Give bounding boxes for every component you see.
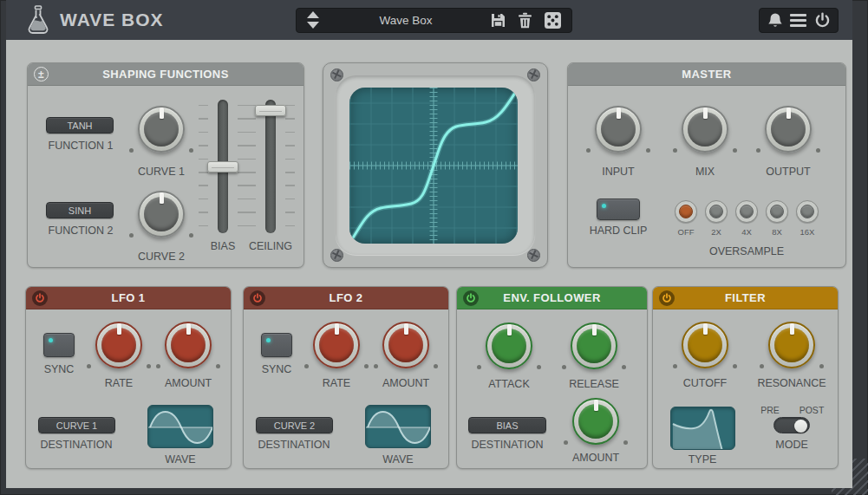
oversample-16x-radio[interactable] [796, 200, 819, 223]
filter-title: FILTER [725, 291, 766, 304]
lfo2-amount-label: AMOUNT [382, 377, 429, 389]
hard-clip-label: HARD CLIP [590, 225, 648, 237]
resonance-label: RESONANCE [757, 377, 826, 389]
cutoff-knob[interactable] [682, 322, 728, 368]
lfo1-header: LFO 1 [26, 287, 231, 309]
lfo1-sync-label: SYNC [44, 363, 75, 375]
preset-prev-next-buttons[interactable] [304, 10, 322, 31]
preset-up-icon[interactable] [307, 11, 319, 19]
screw-icon [527, 249, 540, 262]
menu-icon[interactable] [790, 14, 806, 27]
preset-selector: Wave Box [296, 8, 572, 33]
bias-label: BIAS [211, 240, 236, 252]
lfo2-amount-knob[interactable] [382, 322, 429, 368]
resonance-knob[interactable] [768, 322, 815, 368]
curve1-label: CURVE 1 [138, 166, 185, 178]
oversample-4x-radio[interactable] [735, 200, 758, 223]
bias-slider[interactable] [197, 100, 249, 233]
preset-down-icon[interactable] [307, 22, 319, 29]
mix-label: MIX [695, 166, 715, 178]
release-knob[interactable] [571, 322, 617, 369]
ceiling-slider[interactable] [245, 100, 297, 233]
lfo2-sync-label: SYNC [262, 363, 292, 375]
oscilloscope-bezel [323, 62, 548, 268]
env-follower-header: ENV. FOLLOWER [457, 287, 647, 309]
lowpass-curve-icon [671, 407, 735, 450]
filter-panel: FILTER CUTOFF RESONANCE TYPE PRE POST [652, 286, 839, 469]
delete-preset-icon[interactable] [518, 12, 532, 29]
env-destination-button[interactable]: BIAS [468, 417, 546, 433]
function2-label: FUNCTION 2 [49, 225, 114, 237]
function2-select-button[interactable]: SINH [46, 202, 114, 218]
oversample-off-label: OFF [678, 227, 695, 237]
lfo2-rate-label: RATE [323, 377, 350, 389]
bipolar-plus-minus-icon[interactable]: ± [34, 67, 49, 81]
oversample-2x-label: 2X [711, 227, 721, 237]
bias-slider-handle[interactable] [207, 161, 238, 173]
ceiling-slider-handle[interactable] [255, 105, 286, 116]
attack-label: ATTACK [488, 378, 529, 390]
lfo1-power-icon[interactable] [32, 290, 48, 306]
lfo2-rate-knob[interactable] [313, 322, 360, 368]
cutoff-label: CUTOFF [683, 377, 727, 389]
lfo2-destination-button[interactable]: CURVE 2 [256, 417, 333, 433]
curve2-knob[interactable] [138, 191, 185, 238]
filter-type-label: TYPE [689, 453, 717, 466]
oversample-2x-radio[interactable] [705, 200, 728, 223]
env-amount-knob[interactable] [572, 398, 619, 445]
oversample-4x-label: 4X [741, 227, 752, 237]
lfo2-destination-label: DESTINATION [258, 439, 330, 451]
titlebar: WAVE BOX Wave Box [6, 0, 852, 40]
lfo1-sync-button[interactable] [43, 333, 75, 357]
lfo1-rate-knob[interactable] [95, 322, 142, 368]
screw-icon [330, 68, 343, 81]
lfo2-title: LFO 2 [330, 291, 363, 304]
lfo1-amount-knob[interactable] [165, 322, 212, 368]
oversample-8x-radio[interactable] [766, 200, 788, 223]
mix-knob[interactable] [682, 106, 728, 153]
output-label: OUTPUT [766, 166, 810, 178]
curve1-knob[interactable] [138, 106, 185, 153]
oscilloscope-screen [349, 88, 518, 244]
lfo1-panel: LFO 1 SYNC RATE AMOUNT CURVE 1 DESTINATI… [25, 286, 232, 469]
env-amount-label: AMOUNT [572, 452, 619, 464]
sine-wave-icon [148, 406, 213, 448]
ceiling-slider-track[interactable] [265, 100, 276, 233]
hard-clip-button[interactable] [597, 199, 640, 220]
app-title: WAVE BOX [60, 10, 164, 30]
output-knob[interactable] [765, 106, 812, 153]
attack-knob[interactable] [486, 322, 532, 369]
lfo2-wave-display[interactable] [365, 405, 431, 448]
hard-clip-led [602, 204, 606, 208]
notifications-bell-icon[interactable] [767, 12, 783, 29]
master-title: MASTER [682, 68, 731, 81]
filter-power-icon[interactable] [659, 290, 675, 306]
curve2-label: CURVE 2 [138, 251, 185, 263]
env-follower-panel: ENV. FOLLOWER ATTACK RELEASE BIAS DESTIN… [456, 286, 648, 469]
master-panel: MASTER INPUT MIX OUTPUT HARD CLIP [567, 62, 846, 268]
lfo1-destination-button[interactable]: CURVE 1 [38, 417, 115, 433]
env-follower-power-icon[interactable] [463, 290, 479, 306]
lfo1-sync-led [49, 338, 53, 342]
filter-type-display[interactable] [670, 407, 735, 450]
shaping-functions-title: SHAPING FUNCTIONS [102, 68, 228, 81]
oversample-off-radio[interactable] [675, 200, 697, 223]
input-knob[interactable] [595, 106, 642, 153]
randomize-dice-icon[interactable] [544, 11, 562, 29]
lfo2-sync-led [266, 338, 271, 342]
save-icon[interactable] [490, 12, 506, 29]
function1-select-button[interactable]: TANH [46, 117, 114, 134]
mode-pre-label: PRE [760, 405, 780, 415]
mode-toggle-knob[interactable] [794, 420, 807, 433]
power-bypass-icon[interactable] [814, 12, 831, 29]
lfo1-amount-label: AMOUNT [165, 377, 212, 389]
oversample-16x-label: 16X [800, 227, 815, 237]
lfo2-sync-button[interactable] [261, 333, 292, 357]
input-label: INPUT [602, 166, 635, 178]
lfo2-power-icon[interactable] [250, 290, 265, 306]
screw-icon [330, 249, 343, 262]
preset-actions [490, 11, 564, 29]
mode-toggle-switch[interactable] [773, 417, 810, 433]
lfo1-wave-display[interactable] [147, 405, 213, 448]
preset-name[interactable]: Wave Box [322, 14, 490, 27]
